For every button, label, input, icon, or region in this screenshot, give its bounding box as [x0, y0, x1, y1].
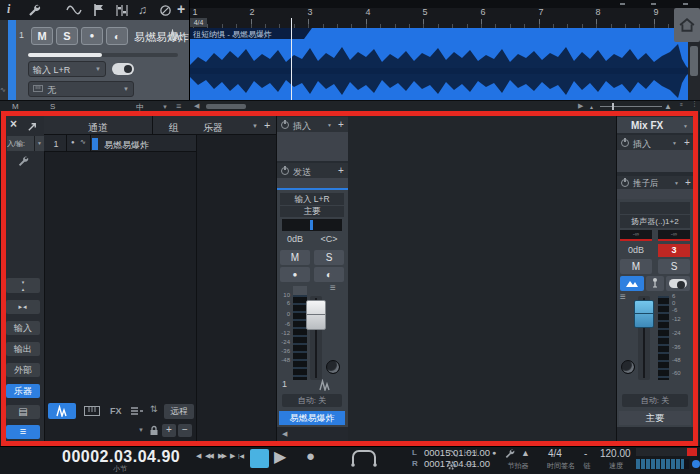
main-fader-cap[interactable]	[634, 300, 654, 328]
main-clip-indicator[interactable]: 3	[658, 244, 690, 257]
tempo-value[interactable]: 120.00	[600, 448, 631, 459]
main-gain-value[interactable]: 0dB	[620, 245, 652, 255]
inserts-chevron[interactable]: ▼	[327, 122, 332, 128]
main-monitor-toggle[interactable]	[666, 276, 690, 291]
mixfx-chevron[interactable]: ▼	[683, 123, 688, 129]
metronome-setup-icon[interactable]	[504, 448, 515, 459]
instrument-panel-chevron[interactable]: ▼	[252, 123, 258, 129]
main-post-power[interactable]	[621, 179, 629, 187]
channel-column-header[interactable]: 通道	[44, 121, 152, 135]
channel-list-toggle-button[interactable]: ≡	[6, 425, 40, 439]
preroll-icon[interactable]	[447, 449, 459, 458]
nudge-back-button[interactable]: ◀	[196, 452, 201, 460]
collapse-vertical-button[interactable]: ▾▴	[6, 278, 40, 293]
strip-automation-mode[interactable]: 自动: 关	[282, 394, 342, 407]
loop-button[interactable]	[346, 449, 382, 468]
main-name-label[interactable]: 主要	[619, 411, 691, 425]
main-inserts-chevron[interactable]: ▼	[672, 140, 677, 146]
main-mute-button[interactable]: M	[620, 259, 652, 274]
metronome-icon[interactable]: ▲	[521, 448, 530, 458]
lock-icon[interactable]	[149, 425, 159, 436]
main-post-slots[interactable]	[617, 189, 694, 199]
punch-out-icon[interactable]: ⊣⊢	[464, 460, 476, 469]
time-signature-value[interactable]: 4/4	[548, 448, 562, 459]
inserts-add[interactable]: +	[338, 119, 344, 130]
rewind-button[interactable]: ◀◀	[205, 452, 212, 460]
strip-output-select[interactable]: 主要	[280, 206, 344, 217]
nudge-forward-button[interactable]: ▶	[230, 452, 235, 460]
remote-button[interactable]: 远程	[164, 404, 194, 419]
main-inserts-power[interactable]	[621, 139, 629, 147]
inserts-slot-area[interactable]	[277, 132, 348, 161]
channel-color-chip[interactable]	[92, 138, 98, 150]
loop-end-value[interactable]: 00017.04.01.00	[424, 458, 490, 469]
main-inserts-slots[interactable]	[617, 150, 694, 172]
main-talkback-button[interactable]	[646, 276, 664, 291]
remove-channel-button[interactable]: −	[178, 424, 192, 437]
console-close-icon[interactable]: ×	[10, 117, 17, 131]
strip-input-select[interactable]: 输入 L+R	[280, 193, 344, 205]
stop-button[interactable]	[250, 449, 269, 468]
strip-cue-knob[interactable]	[326, 360, 340, 374]
console-wrench-icon[interactable]	[17, 155, 29, 167]
io-view-icon[interactable]: ⇅	[150, 404, 158, 414]
add-channel-button[interactable]: +	[162, 424, 176, 437]
strip-pan-value[interactable]: <C>	[314, 234, 344, 244]
bus-view-icon[interactable]	[130, 406, 144, 416]
channel-automation-icon[interactable]: ∿	[80, 138, 86, 146]
group-column-header[interactable]: 组	[152, 121, 196, 135]
sends-slot-area[interactable]	[277, 178, 348, 188]
main-post-add[interactable]: +	[685, 177, 691, 188]
console-filter-chevron[interactable]: ▼	[34, 136, 44, 151]
main-post-chevron[interactable]: ▼	[674, 180, 679, 186]
channel-row-name[interactable]: 易燃易爆炸	[104, 139, 149, 152]
main-solo-button[interactable]: S	[658, 259, 690, 274]
strip-monitor-button[interactable]: ◐	[314, 267, 344, 282]
instrument-panel-add[interactable]: +	[264, 119, 270, 131]
fast-forward-button[interactable]: ▶▶	[218, 452, 225, 460]
strip-layers-icon[interactable]: ≡	[330, 284, 336, 292]
strip-gain-value[interactable]: 0dB	[280, 234, 310, 244]
main-mono-button[interactable]	[620, 276, 644, 291]
main-automation-mode[interactable]: 自动: 关	[622, 394, 688, 407]
meter-view-button[interactable]	[48, 403, 76, 419]
show-external-button[interactable]: 外部	[6, 363, 40, 377]
swing-value[interactable]: -	[584, 448, 587, 459]
main-layers-icon[interactable]: ≡	[620, 293, 626, 301]
collapse-horizontal-button[interactable]: ▸◂	[6, 300, 40, 314]
main-peak-left[interactable]: -∞	[620, 230, 652, 241]
row-divider	[90, 135, 91, 152]
list-chevron-icon[interactable]: ▼	[138, 427, 144, 433]
main-device-select[interactable]: 扬声器(..)1+2	[620, 215, 690, 228]
show-outputs-button[interactable]: 输出	[6, 342, 40, 356]
strip-meter-icon[interactable]	[318, 379, 332, 391]
fx-view-button[interactable]: FX	[110, 406, 122, 416]
strip-name-label[interactable]: 易燃易爆炸	[279, 411, 345, 425]
sends-power-icon[interactable]	[281, 167, 289, 175]
settings-gear-icon[interactable]	[446, 460, 457, 471]
main-cue-knob[interactable]	[621, 360, 635, 374]
strip-pan-handle[interactable]	[310, 220, 313, 230]
play-button[interactable]: ▶	[274, 447, 286, 466]
show-instruments-button[interactable]: 乐器	[6, 384, 40, 398]
keyboard-view-icon[interactable]	[84, 406, 100, 416]
console-detach-icon[interactable]	[27, 121, 38, 132]
inserts-power-icon[interactable]	[281, 121, 289, 129]
strip-footer-arrow[interactable]: ◀	[282, 430, 287, 438]
strip-arm-button[interactable]: ●	[280, 267, 310, 282]
sends-add[interactable]: +	[338, 165, 344, 176]
strip-solo-button[interactable]: S	[314, 250, 344, 265]
banks-rack-button[interactable]: ▤	[6, 405, 40, 419]
channel-arm-icon[interactable]: ●	[71, 139, 75, 145]
punch-in-icon[interactable]: ⊢⊣	[464, 448, 476, 457]
precount-icon[interactable]: ●	[492, 449, 496, 456]
console-filter-select[interactable]: 入/输:	[7, 136, 34, 151]
main-peak-right[interactable]: -∞	[658, 230, 690, 241]
show-inputs-button[interactable]: 输入	[6, 321, 40, 335]
main-monitor-select[interactable]	[620, 202, 690, 214]
main-inserts-add[interactable]: +	[684, 137, 690, 148]
strip-fader-cap[interactable]	[306, 300, 326, 330]
return-to-start-button[interactable]: |◀	[238, 452, 244, 459]
strip-mute-button[interactable]: M	[280, 250, 310, 265]
record-button[interactable]: ●	[306, 447, 315, 464]
